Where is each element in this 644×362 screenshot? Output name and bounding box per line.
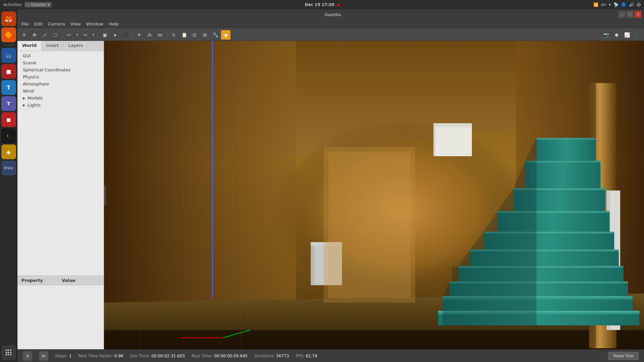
tree-item-scene[interactable]: Scene xyxy=(17,59,104,66)
lang-arrow: ▾ xyxy=(609,2,611,7)
screenshot-button[interactable]: 📷 xyxy=(601,30,611,40)
menu-window[interactable]: Window xyxy=(84,21,106,27)
undo-dropdown-button[interactable]: ▾ xyxy=(75,30,79,40)
app-window: Gazebo – □ ✕ File Edit Camera View Windo… xyxy=(17,9,644,362)
sidebar-tabs: World Insert Layers xyxy=(17,41,104,51)
recording-dot: ● xyxy=(337,3,340,7)
app-dock-icon-2[interactable]: T xyxy=(1,80,16,95)
gui-label: GUI xyxy=(23,53,31,58)
ubuntu-software-icon[interactable]: 🔶 xyxy=(1,27,16,42)
translate-tool-button[interactable]: ✥ xyxy=(30,30,39,40)
tree-item-lights[interactable]: ▶ Lights xyxy=(17,102,104,109)
models-arrow-icon: ▶ xyxy=(23,96,25,100)
teams-dock-icon[interactable]: T xyxy=(1,96,16,111)
models-label: Models xyxy=(28,96,43,101)
sim-time-value: 00:00:02:31.603 xyxy=(151,354,185,358)
chart-button[interactable]: 📈 xyxy=(622,30,632,40)
activities-button[interactable]: Activities xyxy=(3,2,22,7)
application-dock: 🦊 🔶 🗂 ■ T T ■ $_ ◈ RViz xyxy=(0,9,17,362)
gazebo-label: Gazebo xyxy=(31,2,46,7)
app-dock-icon-1[interactable]: ■ xyxy=(1,64,16,79)
record-button[interactable]: ⏺ xyxy=(612,30,621,40)
menu-file[interactable]: File xyxy=(19,21,32,27)
copy-tool-button[interactable]: ⎘ xyxy=(169,30,178,40)
app-dock-icon-3[interactable]: ■ xyxy=(1,112,16,127)
sphere-tool-button[interactable]: ● xyxy=(110,30,120,40)
svg-rect-41 xyxy=(536,138,596,139)
undo-button[interactable]: ↩ xyxy=(64,30,74,40)
menu-bar: File Edit Camera View Window Help xyxy=(17,19,644,29)
language-selector[interactable]: en xyxy=(601,2,606,7)
resize-handle[interactable] xyxy=(104,185,106,205)
tab-world[interactable]: World xyxy=(17,41,42,51)
point-tool-button[interactable]: ⁂ xyxy=(145,30,154,40)
reset-time-button[interactable]: Reset Time xyxy=(608,352,639,360)
tab-layers[interactable]: Layers xyxy=(64,41,88,51)
close-button[interactable]: ✕ xyxy=(635,11,641,18)
redo-dropdown-button[interactable]: ▾ xyxy=(91,30,96,40)
rtf-label: Real Time Factor: xyxy=(78,354,113,358)
svg-rect-14 xyxy=(433,123,435,156)
spherical-coordinates-label: Spherical Coordinates xyxy=(23,67,71,72)
firefox-dock-icon[interactable]: 🦊 xyxy=(1,11,16,26)
menu-view[interactable]: View xyxy=(68,21,84,27)
grid-dot xyxy=(10,354,11,355)
grid-dot xyxy=(6,350,7,351)
show-all-apps-button[interactable] xyxy=(1,345,16,360)
video-button[interactable]: 🎥 xyxy=(633,30,642,40)
scale-tool-button[interactable]: ⬡ xyxy=(51,30,60,40)
maximize-button[interactable]: □ xyxy=(627,11,633,18)
rotate-tool-button[interactable]: ⤢ xyxy=(40,30,50,40)
real-time-label: Real Time: xyxy=(192,354,213,358)
3d-viewport[interactable] xyxy=(104,41,644,349)
cylinder-tool-button[interactable]: ⬛ xyxy=(121,30,130,40)
tree-item-models[interactable]: ▶ Models xyxy=(17,95,104,102)
fps-label: FPS: xyxy=(296,354,305,358)
redo-button[interactable]: ↪ xyxy=(80,30,90,40)
tree-item-physics[interactable]: Physics xyxy=(17,73,104,80)
minimize-button[interactable]: – xyxy=(619,11,625,18)
tab-insert[interactable]: Insert xyxy=(42,41,64,51)
app-dock-icon-4[interactable]: ◈ xyxy=(1,144,16,159)
select-tool-button[interactable]: ✛ xyxy=(19,30,29,40)
menu-edit[interactable]: Edit xyxy=(32,21,45,27)
datetime-display: Dec 19 17:20 xyxy=(305,2,334,7)
step-button[interactable]: ⏭ xyxy=(39,351,48,361)
joint-tool-button[interactable]: ⋈ xyxy=(155,30,165,40)
app-indicator[interactable]: ⬡ Gazebo ▾ xyxy=(24,2,52,7)
menu-camera[interactable]: Camera xyxy=(45,21,68,27)
steps-value: 1 xyxy=(69,354,72,358)
tree-item-gui[interactable]: GUI xyxy=(17,52,104,59)
light-tool-button[interactable]: ✦ xyxy=(135,30,144,40)
toolbar-separator-3 xyxy=(132,31,132,39)
align-tool-button[interactable]: ⊟ xyxy=(190,30,199,40)
gazebo-dropdown-icon[interactable]: ▾ xyxy=(48,2,50,7)
files-dock-icon[interactable]: 🗂 xyxy=(1,48,16,63)
grid-dot xyxy=(8,354,9,355)
lights-arrow-icon: ▶ xyxy=(23,103,25,107)
rviz-dock-icon[interactable]: RViz xyxy=(1,161,16,175)
grid-dot xyxy=(8,352,9,353)
tree-item-spherical-coordinates[interactable]: Spherical Coordinates xyxy=(17,66,104,73)
rtf-display: Real Time Factor: 0.96 xyxy=(78,354,123,358)
pause-button[interactable]: ⏸ xyxy=(23,351,32,361)
menu-help[interactable]: Help xyxy=(106,21,121,27)
fps-display: FPS: 62.79 xyxy=(296,354,317,358)
marker-tool-button[interactable]: ◆ xyxy=(221,30,230,40)
rtf-value: 0.96 xyxy=(114,354,123,358)
tree-item-atmosphere[interactable]: Atmosphere xyxy=(17,80,104,87)
tree-item-wind[interactable]: Wind xyxy=(17,87,104,95)
wrench-tool-button[interactable]: 🔧 xyxy=(211,30,220,40)
sim-time-label: Sim Time: xyxy=(130,354,150,358)
window-title: Gazebo xyxy=(47,12,619,17)
box-tool-button[interactable]: ▣ xyxy=(100,30,109,40)
paste-tool-button[interactable]: 📋 xyxy=(179,30,189,40)
toolbar-separator-4 xyxy=(167,31,167,39)
wind-label: Wind xyxy=(23,88,34,94)
terminal-dock-icon[interactable]: $_ xyxy=(1,128,16,143)
iterations-value: 56773 xyxy=(276,354,289,358)
snap-tool-button[interactable]: ⊞ xyxy=(200,30,210,40)
network-icon: 📶 xyxy=(593,2,598,7)
fps-value: 62.79 xyxy=(306,354,317,358)
svg-rect-16 xyxy=(311,242,315,285)
